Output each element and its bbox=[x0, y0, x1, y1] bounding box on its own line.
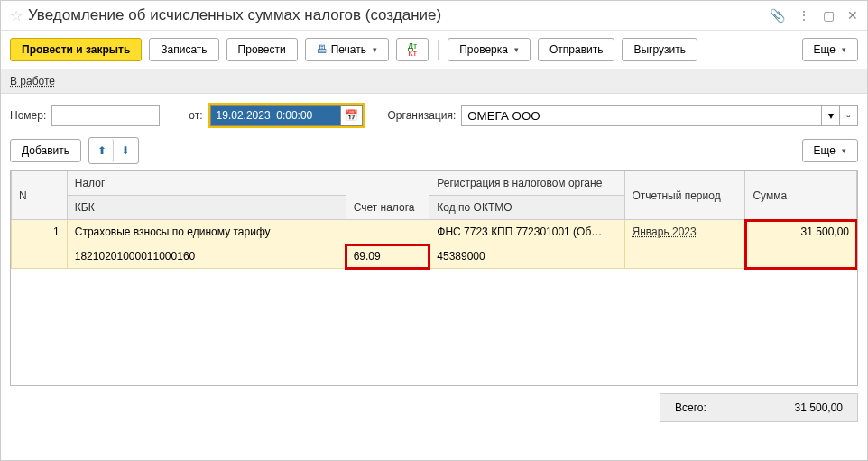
table-more-button[interactable]: Еще bbox=[802, 139, 858, 162]
col-kbk[interactable]: КБК bbox=[67, 196, 346, 220]
from-label: от: bbox=[189, 109, 202, 122]
org-open-icon[interactable]: ▫ bbox=[840, 105, 858, 126]
move-up-button[interactable]: ⬆ bbox=[90, 139, 114, 162]
tax-grid[interactable]: N Налог Счет налога Регистрация в налого… bbox=[10, 170, 858, 386]
add-row-button[interactable]: Добавить bbox=[10, 139, 81, 162]
close-icon[interactable]: ✕ bbox=[847, 8, 858, 23]
save-button[interactable]: Записать bbox=[149, 38, 218, 61]
more-button[interactable]: Еще bbox=[802, 38, 858, 61]
submit-close-button[interactable]: Провести и закрыть bbox=[10, 38, 142, 61]
cell-sum[interactable]: 31 500,00 bbox=[745, 220, 857, 269]
window-title: Уведомление об исчисленных суммах налого… bbox=[28, 6, 770, 24]
cell-period[interactable]: Январь 2023 bbox=[624, 220, 745, 269]
org-label: Организация: bbox=[388, 109, 457, 122]
printer-icon: 🖶 bbox=[317, 43, 328, 56]
col-reg[interactable]: Регистрация в налоговом органе bbox=[429, 171, 624, 196]
total-box: Всего: 31 500,00 bbox=[660, 393, 858, 422]
col-period[interactable]: Отчетный период bbox=[624, 171, 745, 220]
col-acct[interactable]: Счет налога bbox=[346, 171, 429, 220]
cell-oktmo[interactable]: 45389000 bbox=[429, 244, 624, 269]
number-input[interactable] bbox=[51, 105, 160, 126]
export-button[interactable]: Выгрузить bbox=[622, 38, 697, 61]
status-in-work[interactable]: В работе bbox=[10, 75, 55, 88]
cell-n[interactable]: 1 bbox=[12, 220, 68, 269]
total-value: 31 500,00 bbox=[795, 401, 843, 414]
cell-tax[interactable]: Страховые взносы по единому тарифу bbox=[67, 220, 346, 244]
org-input[interactable] bbox=[461, 105, 822, 126]
date-input[interactable] bbox=[210, 105, 341, 126]
cell-reg[interactable]: ФНС 7723 КПП 772301001 (Об… bbox=[429, 220, 624, 244]
col-n[interactable]: N bbox=[12, 171, 68, 220]
date-field[interactable]: 📅 bbox=[208, 103, 365, 128]
maximize-icon[interactable]: ▢ bbox=[823, 8, 835, 23]
col-sum[interactable]: Сумма bbox=[745, 171, 857, 220]
col-oktmo[interactable]: Код по ОКТМО bbox=[429, 196, 624, 220]
col-tax[interactable]: Налог bbox=[67, 171, 346, 196]
cell-kbk[interactable]: 18210201000011000160 bbox=[67, 244, 346, 269]
table-row: 1 Страховые взносы по единому тарифу ФНС… bbox=[12, 220, 857, 244]
submit-button[interactable]: Провести bbox=[226, 38, 298, 61]
move-down-button[interactable]: ⬇ bbox=[114, 139, 137, 162]
send-button[interactable]: Отправить bbox=[538, 38, 615, 61]
print-button[interactable]: 🖶Печать bbox=[305, 38, 389, 61]
toolbar-divider bbox=[438, 40, 439, 60]
dtkt-button[interactable]: ДтКт bbox=[396, 38, 429, 61]
dtkt-icon: ДтКт bbox=[408, 42, 417, 57]
favorite-star-icon[interactable]: ☆ bbox=[10, 7, 23, 24]
kebab-menu-icon[interactable]: ⋮ bbox=[798, 8, 810, 23]
attach-icon[interactable]: 📎 bbox=[770, 8, 785, 23]
number-label: Номер: bbox=[10, 109, 46, 122]
calendar-icon[interactable]: 📅 bbox=[341, 105, 363, 126]
org-dropdown-icon[interactable]: ▾ bbox=[822, 105, 840, 126]
total-label: Всего: bbox=[675, 401, 706, 414]
check-button[interactable]: Проверка bbox=[448, 38, 531, 61]
cell-acct[interactable]: 69.09 bbox=[346, 244, 429, 269]
